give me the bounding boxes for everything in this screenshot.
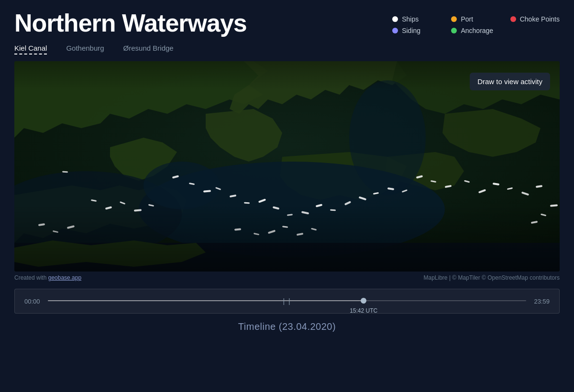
svg-rect-49: [14, 205, 560, 272]
map-container[interactable]: Draw to view activity: [14, 61, 560, 272]
legend-item-siding: Siding: [392, 27, 442, 34]
app-title: Northern Waterways: [14, 11, 247, 35]
anchorage-label: Anchorage: [461, 27, 493, 34]
draw-tooltip: Draw to view activity: [470, 73, 550, 90]
legend-item-ships: Ships: [392, 15, 442, 23]
legend-item-choke-points: Choke Points: [510, 15, 560, 23]
timeline-current-time: 15:42 UTC: [350, 307, 377, 314]
map-footer: Created with geobase.app MapLibre | © Ma…: [14, 272, 560, 284]
ships-dot: [392, 16, 398, 22]
timeline-end-label: 23:59: [534, 298, 550, 305]
map-svg: [14, 61, 560, 272]
tab-kiel-canal[interactable]: Kiel Canal: [14, 42, 47, 54]
timeline-start-label: 00:00: [24, 298, 40, 305]
siding-label: Siding: [402, 27, 420, 34]
port-label: Port: [461, 15, 473, 23]
tab-gothenburg[interactable]: Gothenburg: [66, 42, 104, 54]
timeline-label: Timeline (23.04.2020): [0, 321, 574, 332]
svg-point-4: [349, 80, 426, 195]
timeline-container[interactable]: 00:00 15:42 UTC | | 23:59: [14, 289, 560, 314]
anchorage-dot: [451, 28, 457, 33]
legend-item-anchorage: Anchorage: [451, 27, 500, 34]
title-section: Northern Waterways Kiel Canal Gothenburg…: [14, 11, 247, 54]
timeline-thumb[interactable]: 15:42 UTC: [361, 298, 366, 304]
legend-item-port: Port: [451, 15, 500, 23]
created-with: Created with geobase.app: [14, 274, 81, 281]
header: Northern Waterways Kiel Canal Gothenburg…: [0, 0, 574, 54]
timeline-fill: [48, 300, 364, 301]
map-attribution: MapLibre | © MapTiler © OpenStreetMap co…: [424, 274, 560, 281]
choke-points-dot: [510, 16, 516, 22]
svg-point-3: [144, 162, 220, 209]
nav-tabs: Kiel Canal Gothenburg Øresund Bridge: [14, 42, 247, 54]
siding-dot: [392, 28, 398, 33]
legend: Ships Port Choke Points Siding Anchorage: [392, 15, 560, 34]
tab-oresund-bridge[interactable]: Øresund Bridge: [123, 42, 174, 54]
timeline-pause-button[interactable]: | |: [283, 297, 291, 305]
geobase-link[interactable]: geobase.app: [48, 274, 81, 281]
port-dot: [451, 16, 457, 22]
ships-label: Ships: [402, 15, 419, 23]
choke-points-label: Choke Points: [520, 15, 560, 23]
timeline-track[interactable]: 15:42 UTC | |: [48, 300, 527, 302]
